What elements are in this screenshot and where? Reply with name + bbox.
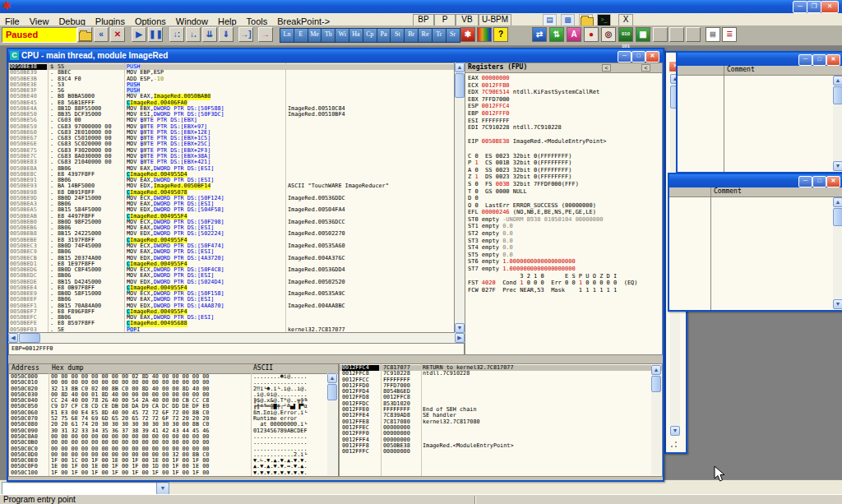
register-line[interactable]	[465, 146, 662, 153]
disasm-row[interactable]: 0050BE7C.C683 8A030000 00MOV BYTE PTR DS…	[9, 154, 454, 160]
disasm-row[interactable]: 0050BE50.8B35 DCF35000MOV ESI,DWORD PTR …	[9, 112, 454, 118]
register-line[interactable]	[465, 132, 662, 139]
step-into-button[interactable]: ↓:	[169, 27, 184, 42]
pause-button[interactable]: ❚❚	[148, 27, 163, 42]
disasm-row[interactable]: 0050BE45.E8 56B1EFFFCALL ImageRed.00406F…	[9, 100, 454, 106]
cpu-window[interactable]: CCPU - main thread, module ImageRed ─ □ …	[7, 48, 664, 482]
restore-button[interactable]: ❐	[807, 1, 821, 13]
folder-icon[interactable]	[579, 14, 593, 26]
registers-back-button2[interactable]: <	[641, 64, 650, 72]
close-button[interactable]: ✕	[645, 51, 659, 62]
scroll-thumb[interactable]	[651, 376, 661, 392]
dump-row[interactable]: 0050C060E1 E3 00 E4 E5 8D 40 00 45 72 72…	[9, 410, 338, 416]
disasm-row[interactable]: 0050BE93.BA 14BF5000MOV EDX,ImageRed.005…	[9, 183, 454, 189]
scroll-thumb[interactable]	[833, 86, 842, 104]
disasm-row[interactable]: 0050BEBE.E8 3197F8FFCALL ImageRed.004955…	[9, 238, 454, 243]
scroll-up-button[interactable]: ▲	[455, 62, 465, 72]
main-title-bar[interactable]: ✱ ─ ❐ ✕	[0, 0, 842, 13]
run-button[interactable]: ▶	[132, 27, 146, 42]
pane-button-tr[interactable]: Tr	[432, 28, 446, 43]
pane-button-th[interactable]: Th	[321, 28, 335, 43]
scroll-down-button[interactable]: ▼	[670, 426, 680, 436]
register-line[interactable]: O 0 LastErr ERROR_SUCCESS (00000000)	[465, 202, 662, 210]
disasm-row[interactable]: 0050BEB6.8B06MOV EAX,DWORD PTR DS:[ESI]	[9, 225, 454, 231]
scroll-down-button[interactable]: ▼	[833, 299, 842, 309]
register-line[interactable]: ST1 empty 0.0	[465, 223, 662, 230]
stack-row[interactable]: 0012FFCCFFFFFFFF	[340, 377, 662, 383]
open-file-button[interactable]	[77, 27, 92, 42]
pane-splitter[interactable]	[8, 355, 663, 363]
scroll-left-button[interactable]: ◀	[8, 333, 18, 343]
disasm-row[interactable]: 0050BE75.C683 F3020000 00MOV BYTE PTR DS…	[9, 148, 454, 154]
minimize-button[interactable]: ─	[798, 176, 812, 187]
pane-button-st[interactable]: St	[390, 28, 405, 43]
restart-button[interactable]: «	[94, 27, 109, 42]
record-icon[interactable]: ●	[584, 27, 599, 42]
registers-back-button[interactable]: <	[602, 64, 611, 72]
plugin-button-p[interactable]: P	[434, 14, 456, 26]
dump-row[interactable]: 0050C0C000 00 00 00 00 00 00 00 00 00 00…	[9, 446, 338, 452]
register-line[interactable]: EIP 0050BE38 ImageRed.<ModuleEntryPoint>	[465, 138, 662, 146]
pane-button-ln[interactable]: Ln	[280, 28, 294, 43]
disasm-row[interactable]: 0050BEFC.8B06MOV EAX,DWORD PTR DS:[ESI]	[9, 315, 454, 321]
comment-window-middle-scrollbar[interactable]: ▲ ▼	[833, 197, 842, 309]
disasm-row[interactable]: 0050BEA3.8B06MOV EAX,DWORD PTR DS:[ESI]	[9, 201, 454, 207]
scroll-up-button[interactable]: ▲	[833, 197, 842, 207]
maximize-button[interactable]: □	[632, 51, 645, 62]
register-line[interactable]: S 0 FS 003B 32bit 7FFDF000(FFF)	[465, 181, 662, 188]
pane-button-me[interactable]: Me	[308, 28, 322, 43]
comment-window-top-title-bar[interactable]: ─ □ ✕	[678, 53, 842, 66]
info-pane[interactable]: EBP=0012FFF0	[8, 343, 465, 355]
resize-grip[interactable]	[669, 441, 681, 449]
register-line[interactable]: ESP 0012FFC4	[465, 103, 662, 110]
step-over-button[interactable]: ↓.	[186, 27, 201, 42]
disasm-row[interactable]: 0050BED6.8B0D C8F45000MOV ECX,DWORD PTR …	[9, 267, 454, 273]
stack-row[interactable]: 0012FFF80050BE38ImageRed.<ModuleEntryPoi…	[340, 443, 662, 449]
registers-pane-header[interactable]: Registers (FPU)	[465, 63, 662, 73]
minimize-button[interactable]: ─	[793, 1, 807, 13]
swap-arrows-icon[interactable]: ⇄	[532, 27, 547, 42]
dump-row[interactable]: 0050C0D000 00 00 00 00 00 00 00 00 00 00…	[9, 452, 338, 458]
register-line[interactable]: ST5 empty 0.0	[465, 252, 662, 259]
console-icon[interactable]: >_	[597, 14, 611, 26]
plugin-button-vb[interactable]: VB	[456, 14, 479, 26]
trace-over-button[interactable]: ⇓	[219, 27, 234, 42]
memory-dump-pane[interactable]: Address Hex dump ASCII 0050C00000 00 00 …	[8, 363, 339, 477]
pane-button-pa[interactable]: Pa	[377, 28, 391, 43]
execute-till-return-button[interactable]: →]	[238, 27, 253, 42]
close-process-button[interactable]: ✕	[110, 27, 125, 42]
disasm-row[interactable]: 0050BEE9.8B0D 58F15000MOV ECX,DWORD PTR …	[9, 291, 454, 297]
dump-row[interactable]: 0050C1001F 00 1F 00 1F 00 1F 00 1F 00 1F…	[9, 470, 338, 476]
disasm-row[interactable]: 0050BE3B.83C4 F0ADD ESP,-10	[9, 76, 454, 82]
disasm-row[interactable]: 0050BEB0.8B0D 98F25000MOV ECX,DWORD PTR …	[9, 220, 454, 225]
pane-button-ha[interactable]: Ha	[349, 28, 363, 43]
disasm-row[interactable]: 0050BE60.C683 2E010000 00MOV BYTE PTR DS…	[9, 130, 454, 136]
disasm-row[interactable]: 0050BE3E.53PUSH EBX	[9, 82, 454, 88]
dump-header-ascii[interactable]: ASCII	[251, 364, 338, 374]
disasm-row[interactable]: 0050BE91.8B06MOV EAX,DWORD PTR DS:[ESI]	[9, 178, 454, 183]
disasm-row[interactable]: 0050BE40.B8 B0BA5000MOV EAX,ImageRed.005…	[9, 94, 454, 99]
dump-row[interactable]: 0050C01000 00 00 00 00 00 00 00 00 00 00…	[9, 380, 338, 386]
stack-row[interactable]: 0012FFFC00000000	[340, 449, 662, 455]
register-line[interactable]: ST6 empty 1.0000000000000000000	[465, 258, 662, 266]
register-line[interactable]: ST3 empty 0.0	[465, 238, 662, 245]
close-button[interactable]: ✕	[821, 1, 839, 13]
disasm-row[interactable]: 0050BEB8.8B15 24225000MOV EDX,DWORD PTR …	[9, 231, 454, 237]
notepad-icon[interactable]: ▤	[543, 14, 557, 26]
dump-row[interactable]: 0050C09030 31 32 33 34 35 36 37 38 39 41…	[9, 428, 338, 434]
pane-button-br[interactable]: Br	[404, 28, 419, 43]
maximize-button[interactable]: □	[812, 54, 826, 66]
minimize-button[interactable]: ─	[798, 54, 812, 66]
disasm-row[interactable]: 0050BE8C.E8 4397F8FFCALL ImageRed.004955…	[9, 172, 454, 178]
register-line[interactable]: ECX 0012FFB0	[465, 82, 662, 90]
register-line[interactable]: EDI 7C910228 ntdll.7C910228	[465, 124, 662, 132]
scroll-thumb[interactable]	[833, 208, 842, 226]
disasm-row[interactable]: 0050BE8A.8B06MOV EAX,DWORD PTR DS:[ESI]	[9, 166, 454, 172]
stack-row[interactable]: 0012FFD48054B6ED	[340, 389, 662, 395]
column-header-blank[interactable]	[669, 187, 711, 197]
trace-into-button[interactable]: ⇊	[202, 27, 217, 42]
pane-button-wi[interactable]: Wi	[335, 28, 349, 43]
minimize-button[interactable]: ─	[618, 51, 632, 62]
disasm-row[interactable]: 0050BEC3.8B0D 74F45000MOV ECX,DWORD PTR …	[9, 243, 454, 249]
disasm-row[interactable]: 0050BEE4.E8 0B97F8FFCALL ImageRed.004955…	[9, 285, 454, 291]
